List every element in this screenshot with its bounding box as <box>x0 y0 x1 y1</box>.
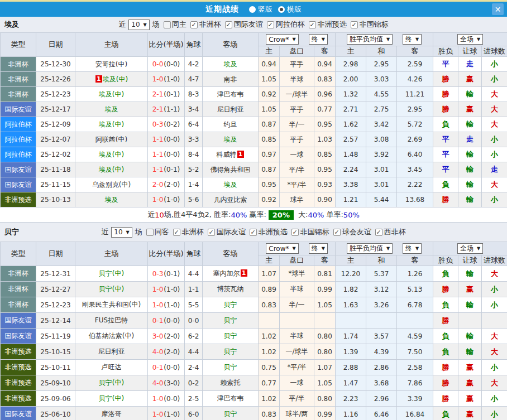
recent-record-popup: 近期战绩 竖版 横版 ✕ 埃及 近 10 ▼ 场 同主 ✓非洲杯✓国际友谊✓阿拉… <box>0 0 507 420</box>
avg-draw: 2.75 <box>366 102 397 117</box>
league-checkbox[interactable]: ✓ <box>267 21 274 28</box>
corner-score: 4-7 <box>185 72 203 87</box>
fulltime-score: 1-0 <box>152 196 164 204</box>
close-icon[interactable]: ✕ <box>492 3 504 15</box>
odds-source-select[interactable]: Crow*▼ <box>266 243 298 254</box>
odds-home: 0.87 <box>259 117 280 132</box>
away-team: 尼日利亚 <box>203 102 259 117</box>
league-checkbox[interactable]: ✓ <box>351 21 358 28</box>
away-team: 南非 <box>203 72 259 87</box>
league-label: 国际友谊 <box>234 20 263 30</box>
chevron-down-icon: ▼ <box>322 37 325 42</box>
match-count-select[interactable]: 10 ▼ <box>128 20 149 30</box>
avg-away: 1.26 <box>397 266 433 282</box>
result-handicap: 輸 <box>458 192 482 207</box>
away-team: 津巴布韦 <box>203 391 259 407</box>
result-handicap: 輸 <box>458 266 482 282</box>
avg-home: 3.38 <box>336 177 366 192</box>
league-checkbox[interactable]: ✓ <box>225 21 232 28</box>
summary-text: 40% <box>231 211 247 219</box>
fulltime-score: 1-1 <box>152 166 164 173</box>
team-name-text: 佛得角共和国 <box>211 166 251 173</box>
home-team: 贝宁(中) <box>75 266 148 282</box>
league-type-badge: 非洲杯 <box>1 266 36 282</box>
league-type-badge: 阿拉伯杯 <box>1 147 36 162</box>
team-name-text: 津巴布韦 <box>217 90 244 98</box>
halftime-score: (0-1) <box>164 166 180 173</box>
corner-score: 6-4 <box>185 117 203 132</box>
match-score: 2-1(1-1) <box>148 102 185 117</box>
corner-score: 2-5 <box>185 391 203 407</box>
team-name-text: 贝宁(中) <box>99 379 124 387</box>
team-name-text: 埃及(中) <box>99 90 124 98</box>
chevron-down-icon: ▼ <box>415 37 419 42</box>
result-winloss: 負 <box>433 329 458 344</box>
fulltime-score: 0-0 <box>152 60 164 68</box>
match-score: 3-0(2-0) <box>148 329 185 344</box>
away-team: 埃及 <box>203 57 259 72</box>
col-home: 主场 <box>75 242 148 266</box>
same-venue-checkbox[interactable] <box>146 229 154 236</box>
team-name-text: 埃及(中) <box>103 75 128 83</box>
league-checkbox[interactable]: ✓ <box>173 229 180 236</box>
league-checkbox[interactable]: ✓ <box>375 229 382 236</box>
avg-draw: 5.44 <box>366 192 397 207</box>
avg-home: 1.48 <box>336 147 366 162</box>
horizontal-layout-radio[interactable] <box>278 6 285 13</box>
result-goals: 大 <box>482 87 507 102</box>
avg-home: 2.00 <box>336 72 366 87</box>
team-name-text: 埃及(中) <box>99 151 124 158</box>
result-winloss: 平 <box>433 57 458 72</box>
avg-draw <box>366 313 397 329</box>
summary-text: 场,胜4平4负2, 胜率: <box>164 210 231 220</box>
odds-away: 0.80 <box>314 344 336 360</box>
result-winloss: 勝 <box>433 102 458 117</box>
team-name: 贝宁 <box>4 227 19 237</box>
league-checkbox[interactable]: ✓ <box>291 229 299 236</box>
odds-handicap: 一/球半 <box>280 87 314 102</box>
match-count-select[interactable]: 10 ▼ <box>111 227 132 238</box>
matches-label: 场 <box>152 20 160 30</box>
odds-handicap: 球半/两 <box>280 407 314 420</box>
team-name-text: 贝宁 <box>224 410 237 418</box>
same-venue-checkbox[interactable] <box>164 21 171 28</box>
col-away: 客场 <box>203 33 259 57</box>
league-label: 非国锦标 <box>300 227 329 237</box>
scope-select[interactable]: 全场▼ <box>457 34 483 45</box>
league-label: 阿拉伯杯 <box>276 20 305 30</box>
col-res-goals: 进球数 <box>482 46 507 57</box>
match-date: 25-12-02 <box>36 147 75 162</box>
avg-type-select[interactable]: 胜平负均值▼ <box>347 243 393 254</box>
league-checkbox[interactable]: ✓ <box>208 229 215 236</box>
avg-stage-select[interactable]: 终▼ <box>403 34 422 45</box>
team-name-text: 埃及 <box>105 196 118 204</box>
avg-away: 4.59 <box>397 329 433 344</box>
odds-stage-select[interactable]: 终▼ <box>309 243 328 254</box>
avg-draw: 6.46 <box>366 407 397 420</box>
team-name-text: 安哥拉(中) <box>95 60 127 68</box>
avg-home: 1.82 <box>336 282 366 297</box>
odds-home: 1.07 <box>259 266 280 282</box>
match-row: 非洲预选25-10-15尼日利亚4-0(2-0)4-4贝宁1.02一/球半0.8… <box>1 344 507 360</box>
league-checkbox[interactable]: ✓ <box>333 229 341 236</box>
league-checkbox[interactable]: ✓ <box>309 21 316 28</box>
odds-source-select[interactable]: Crow*▼ <box>266 34 298 45</box>
result-winloss: 勝 <box>433 282 458 297</box>
league-checkbox[interactable]: ✓ <box>190 21 198 28</box>
summary-text: 近 <box>147 210 155 220</box>
col-avg-away: 客 <box>397 46 433 57</box>
result-handicap: 赢 <box>458 360 482 375</box>
result-handicap: 輸 <box>458 297 482 313</box>
fulltime-score: 1-0 <box>152 411 164 418</box>
home-team: 摩洛哥 <box>75 407 148 420</box>
odds-handicap: 半/一 <box>280 117 314 132</box>
league-checkbox[interactable]: ✓ <box>250 229 257 236</box>
league-type-badge: 非洲杯 <box>1 57 36 72</box>
summary-text: 40% <box>308 211 324 219</box>
odds-stage-select[interactable]: 终▼ <box>309 34 328 45</box>
avg-type-select[interactable]: 胜平负均值▼ <box>347 34 393 45</box>
vertical-layout-radio[interactable] <box>249 6 256 13</box>
scope-select[interactable]: 全场▼ <box>457 243 483 254</box>
avg-stage-select[interactable]: 终▼ <box>403 243 422 254</box>
match-score: 0-3(0-1) <box>148 266 185 282</box>
